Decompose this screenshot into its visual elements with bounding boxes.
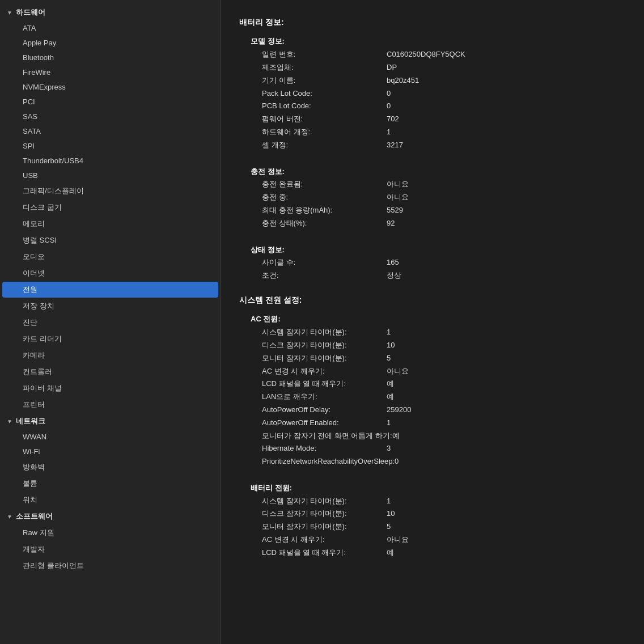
sidebar-item-sas[interactable]: SAS [2, 109, 218, 124]
sidebar-item-parallel-scsi[interactable]: 병렬 SCSI [2, 232, 218, 248]
sidebar-item-apple-pay[interactable]: Apple Pay [2, 36, 218, 50]
sidebar-item-sata[interactable]: SATA [2, 124, 218, 138]
sidebar-item-firewire[interactable]: FireWire [2, 65, 218, 79]
info-label: PCB Lot Code: [239, 100, 387, 112]
info-value: 아니요 [387, 179, 409, 190]
info-row: 제조업체:DP [239, 61, 626, 74]
info-value: 10 [387, 340, 395, 351]
sidebar-item-developer[interactable]: 개발자 [2, 541, 218, 557]
info-label: 펌웨어 버전: [239, 113, 387, 125]
info-row: 사이클 수:165 [239, 256, 626, 269]
network-section-header[interactable]: ▼ 네트워크 [0, 413, 221, 429]
info-value: 1 [387, 126, 391, 138]
sidebar-item-card-reader[interactable]: 카드 리더기 [2, 331, 218, 347]
info-row: PrioritizeNetworkReachabilityOverSleep:0 [239, 455, 626, 468]
info-label: LCD 패널을 열 때 깨우기: [239, 547, 387, 559]
sidebar-item-wwan[interactable]: WWAN [2, 430, 218, 444]
info-value: 5529 [387, 205, 403, 217]
sidebar-item-spi[interactable]: SPI [2, 139, 218, 153]
status-section-label: 상태 정보: [239, 244, 387, 256]
info-row: Pack Lot Code:0 [239, 87, 626, 100]
info-value: DP [387, 62, 397, 74]
sidebar-item-managed-client[interactable]: 관리형 클라이언트 [2, 558, 218, 574]
info-label: 일련 번호: [239, 49, 387, 61]
info-label: 모니터 잠자기 타이머(분): [239, 353, 387, 365]
info-row: AutoPowerOff Enabled:1 [239, 417, 626, 430]
info-row: LCD 패널을 열 때 깨우기:예 [239, 546, 626, 560]
info-label: 충전 완료됨: [239, 179, 387, 190]
info-row: 모니터가 잠자기 전에 화면 어둡게 하기:예 [239, 430, 626, 443]
info-row: 모니터 잠자기 타이머(분):5 [239, 520, 626, 533]
sidebar-item-camera[interactable]: 카메라 [2, 348, 218, 363]
sidebar-item-nvmexpress[interactable]: NVMExpress [2, 80, 218, 94]
info-row: 일련 번호:C0160250DQ8FY5QCK [239, 48, 626, 61]
info-label: LAN으로 깨우기: [239, 391, 387, 403]
sidebar-item-thunderbolt[interactable]: Thunderbolt/USB4 [2, 154, 218, 168]
status-section-row: 상태 정보: [239, 242, 626, 257]
battery-power-block: 배터리 전원: 시스템 잠자기 타이머(분):1디스크 잠자기 타이머(분):1… [239, 480, 626, 560]
info-row: 펌웨어 버전:702 [239, 113, 626, 126]
info-row: 최대 충전 용량(mAh):5529 [239, 204, 626, 217]
network-items-list: WWANWi-Fi방화벽볼륨위치 [0, 430, 221, 508]
sidebar-item-diagnostics[interactable]: 진단 [2, 315, 218, 331]
battery-fields-list: 일련 번호:C0160250DQ8FY5QCK제조업체:DP기기 이름:bq20… [239, 48, 626, 151]
sidebar-item-raw[interactable]: Raw 지원 [2, 525, 218, 541]
battery-power-section-row: 배터리 전원: [239, 480, 626, 495]
info-value: 1 [387, 327, 391, 338]
sidebar-item-ata[interactable]: ATA [2, 21, 218, 35]
software-section-header[interactable]: ▼ 소프트웨어 [0, 509, 221, 524]
status-fields-list: 사이클 수:165조건:정상 [239, 256, 626, 282]
sidebar-item-printer[interactable]: 프린터 [2, 397, 218, 413]
info-label: 디스크 잠자기 타이머(분): [239, 340, 387, 351]
info-label: Pack Lot Code: [239, 88, 387, 100]
info-row: Hibernate Mode:3 [239, 442, 626, 455]
hardware-items-list: ATAApple PayBluetoothFireWireNVMExpressP… [0, 21, 221, 413]
info-value: 3217 [387, 139, 403, 151]
info-label: 최대 충전 용량(mAh): [239, 205, 387, 217]
sidebar-item-controller[interactable]: 컨트롤러 [2, 364, 218, 380]
sidebar-item-power[interactable]: 전원 [2, 282, 218, 298]
sidebar-item-graphics[interactable]: 그래픽/디스플레이 [2, 183, 218, 199]
info-label: 셀 개정: [239, 139, 387, 151]
sidebar-item-fiber-channel[interactable]: 파이버 채널 [2, 380, 218, 396]
sidebar-item-ethernet[interactable]: 이더넷 [2, 265, 218, 281]
info-label: 하드웨어 개정: [239, 126, 387, 138]
info-value: 3 [387, 443, 391, 455]
model-section-label: 모델 정보: [239, 36, 387, 48]
sidebar-item-usb[interactable]: USB [2, 168, 218, 183]
info-value: bq20z451 [387, 75, 419, 87]
model-section-row: 모델 정보: [239, 33, 626, 48]
info-row: 셀 개정:3217 [239, 139, 626, 152]
info-label: 충전 상태(%): [239, 218, 387, 230]
charge-info-block: 충전 정보: 충전 완료됨:아니요충전 중:아니요최대 충전 용량(mAh):5… [239, 163, 626, 230]
software-section-label: 소프트웨어 [16, 511, 53, 522]
sidebar-item-pci[interactable]: PCI [2, 95, 218, 109]
ac-power-block: AC 전원: 시스템 잠자기 타이머(분):1디스크 잠자기 타이머(분):10… [239, 311, 626, 468]
info-value: 0 [387, 88, 391, 100]
info-row: LCD 패널을 열 때 깨우기:예 [239, 378, 626, 391]
sidebar-item-audio[interactable]: 오디오 [2, 249, 218, 265]
info-value: 702 [387, 113, 399, 125]
sidebar-item-storage[interactable]: 저장 장치 [2, 298, 218, 314]
sidebar-item-disc-burning[interactable]: 디스크 굽기 [2, 200, 218, 215]
software-items-list: Raw 지원개발자관리형 클라이언트 [0, 525, 221, 574]
ac-section-label: AC 전원: [239, 313, 387, 325]
status-info-block: 상태 정보: 사이클 수:165조건:정상 [239, 242, 626, 282]
hardware-section-label: 하드웨어 [16, 7, 45, 18]
info-row: AC 변경 시 깨우기:아니요 [239, 365, 626, 378]
info-row: 하드웨어 개정:1 [239, 126, 626, 139]
sidebar-item-wifi[interactable]: Wi-Fi [2, 444, 218, 459]
info-value: 1 [387, 417, 391, 429]
info-label: 사이클 수: [239, 257, 387, 269]
hardware-section-header[interactable]: ▼ 하드웨어 [0, 5, 221, 20]
sidebar-item-bluetooth[interactable]: Bluetooth [2, 50, 218, 65]
sidebar-item-firewall[interactable]: 방화벽 [2, 459, 218, 475]
sidebar-item-volume[interactable]: 볼륨 [2, 476, 218, 492]
sidebar-item-location[interactable]: 위치 [2, 492, 218, 508]
info-value: 예 [387, 378, 394, 390]
sidebar-item-memory[interactable]: 메모리 [2, 216, 218, 232]
charge-section-label: 충전 정보: [239, 166, 387, 178]
info-value: 165 [387, 257, 399, 269]
info-row: PCB Lot Code:0 [239, 100, 626, 113]
battery-power-section-label: 배터리 전원: [239, 482, 387, 494]
